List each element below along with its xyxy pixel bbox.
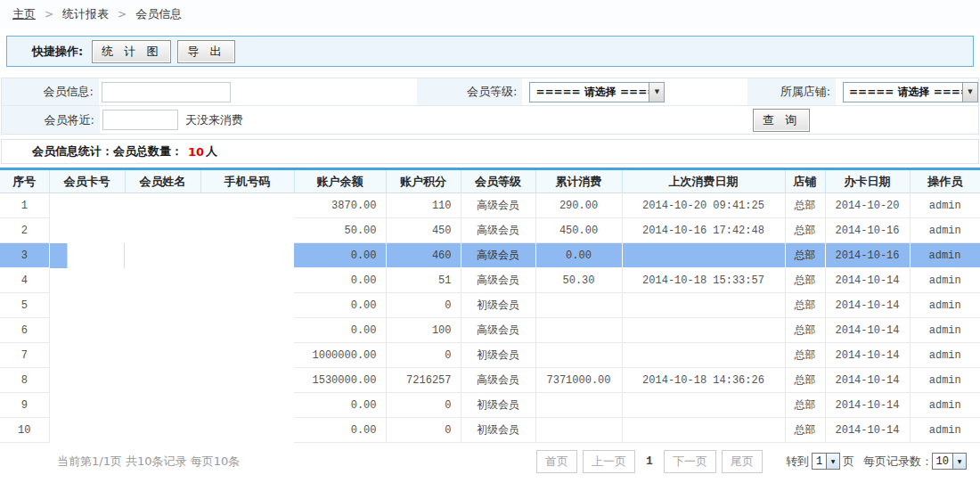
goto-suffix: 页 [843, 454, 854, 470]
search-button[interactable]: 查 询 [753, 109, 810, 132]
current-page-number: 1 [646, 454, 653, 468]
prev-page-button[interactable]: 上一页 [583, 450, 635, 473]
cell-date: 2014-10-14 [825, 293, 910, 318]
cell-operator: admin [910, 193, 980, 218]
member-level-select[interactable]: ===== 请选择 ===== ▼ [529, 82, 665, 102]
cell-date: 2014-10-20 [825, 193, 910, 218]
cell-balance: 0.00 [294, 243, 386, 268]
store-label: 所属店铺: [747, 78, 836, 105]
cell-level: 高级会员 [461, 268, 535, 293]
goto-page-select[interactable]: 1 ▼ [812, 453, 840, 470]
cell-index: 7 [0, 343, 49, 368]
stats-suffix: 人 [206, 143, 217, 160]
cell-points: 0 [386, 343, 461, 368]
cell-points: 7216257 [386, 368, 461, 393]
cell-phone [200, 218, 294, 243]
cell-points: 0 [386, 418, 461, 443]
table-row[interactable]: 13870.00110高级会员290.002014-10-20 09:41:25… [0, 193, 980, 218]
table-row[interactable]: 60.00100高级会员总部2014-10-14admin [0, 318, 980, 343]
cell-total: 7371000.00 [535, 368, 622, 393]
cell-name [125, 268, 200, 293]
column-header: 累计消费 [535, 169, 622, 193]
cell-last: 2014-10-16 17:42:48 [622, 218, 785, 243]
cell-card [49, 218, 125, 243]
cell-last: 2014-10-20 09:41:25 [622, 193, 785, 218]
cell-level: 高级会员 [461, 243, 535, 268]
stats-bar: 会员信息统计：会员总数量： 10 人 [1, 139, 979, 164]
cell-date: 2014-10-14 [825, 268, 910, 293]
cell-last [622, 418, 785, 443]
days-without-consume-input[interactable] [102, 110, 178, 130]
cell-date: 2014-10-14 [825, 393, 910, 418]
cell-card [49, 243, 125, 268]
cell-level: 初级会员 [461, 418, 535, 443]
cell-balance: 0.00 [294, 293, 386, 318]
table-header-row: 序号会员卡号会员姓名手机号码账户余额账户积分会员等级累计消费上次消费日期店铺办卡… [0, 169, 980, 193]
cell-points: 450 [386, 218, 461, 243]
breadcrumb-separator: > [45, 8, 53, 20]
table-row[interactable]: 30.00460高级会员0.00总部2014-10-16admin [0, 243, 980, 268]
cell-last [622, 243, 785, 268]
page-size-select[interactable]: 10 ▼ [932, 453, 967, 470]
cell-points: 460 [386, 243, 461, 268]
cell-total [535, 343, 622, 368]
table-row[interactable]: 40.0051高级会员50.302014-10-18 15:33:57总部201… [0, 268, 980, 293]
table-row[interactable]: 90.000初级会员总部2014-10-14admin [0, 393, 980, 418]
cell-total: 450.00 [535, 218, 622, 243]
cell-balance: 0.00 [294, 393, 386, 418]
cell-balance: 50.00 [294, 218, 386, 243]
cell-date: 2014-10-16 [825, 243, 910, 268]
cell-store: 总部 [785, 418, 825, 443]
cell-points: 0 [386, 293, 461, 318]
cell-last [622, 318, 785, 343]
export-button[interactable]: 导 出 [177, 40, 234, 63]
breadcrumb-report[interactable]: 统计报表 [62, 6, 109, 22]
next-page-button[interactable]: 下一页 [664, 450, 716, 473]
cell-date: 2014-10-14 [825, 368, 910, 393]
member-info-input[interactable] [102, 82, 231, 102]
quick-actions-label: 快捷操作: [32, 44, 83, 60]
cell-store: 总部 [785, 268, 825, 293]
chart-button[interactable]: 统 计 图 [92, 40, 171, 63]
table-row[interactable]: 100.000初级会员总部2014-10-14admin [0, 418, 980, 443]
days-suffix-label: 天没来消费 [185, 112, 243, 128]
cell-level: 初级会员 [461, 393, 535, 418]
cell-index: 6 [0, 318, 49, 343]
store-select[interactable]: ===== 请选择 ===== ▼ [843, 82, 978, 102]
table-row[interactable]: 71000000.000初级会员总部2014-10-14admin [0, 343, 980, 368]
cell-store: 总部 [785, 368, 825, 393]
last-page-button[interactable]: 尾页 [722, 450, 763, 473]
cell-total: 50.30 [535, 268, 622, 293]
member-info-label: 会员信息: [2, 78, 99, 105]
column-header: 办卡日期 [825, 169, 910, 193]
cell-level: 初级会员 [461, 343, 535, 368]
cell-index: 10 [0, 418, 49, 443]
cell-phone [200, 293, 294, 318]
cell-total: 290.00 [535, 193, 622, 218]
stats-count: 10 [188, 145, 204, 159]
cell-card [49, 193, 125, 218]
member-table: 序号会员卡号会员姓名手机号码账户余额账户积分会员等级累计消费上次消费日期店铺办卡… [0, 168, 980, 443]
cell-operator: admin [910, 268, 980, 293]
cell-operator: admin [910, 393, 980, 418]
cell-balance: 0.00 [294, 268, 386, 293]
cell-total [535, 293, 622, 318]
cell-total: 0.00 [535, 243, 622, 268]
table-row[interactable]: 250.00450高级会员450.002014-10-16 17:42:48总部… [0, 218, 980, 243]
member-table-wrap: 序号会员卡号会员姓名手机号码账户余额账户积分会员等级累计消费上次消费日期店铺办卡… [0, 168, 980, 443]
table-row[interactable]: 50.000初级会员总部2014-10-14admin [0, 293, 980, 318]
cell-card [49, 418, 125, 443]
cell-date: 2014-10-14 [825, 318, 910, 343]
breadcrumb-home[interactable]: 主页 [12, 6, 36, 22]
cell-store: 总部 [785, 293, 825, 318]
member-level-label: 会员等级: [417, 78, 523, 105]
column-header: 店铺 [785, 169, 825, 193]
cell-last [622, 293, 785, 318]
cell-total [535, 393, 622, 418]
cell-points: 110 [386, 193, 461, 218]
first-page-button[interactable]: 首页 [536, 450, 577, 473]
table-row[interactable]: 81530000.007216257高级会员7371000.002014-10-… [0, 368, 980, 393]
cell-index: 3 [0, 243, 49, 268]
cell-operator: admin [910, 368, 980, 393]
cell-balance: 0.00 [294, 318, 386, 343]
